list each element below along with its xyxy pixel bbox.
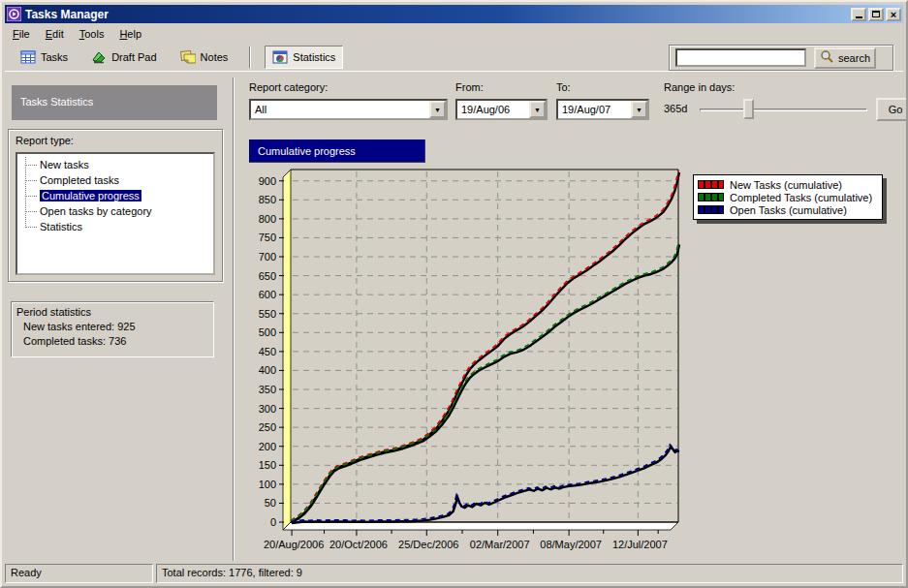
report-type-label: Report type: — [9, 130, 222, 146]
from-date-value: 19/Aug/06 — [457, 104, 529, 115]
magnifier-icon — [820, 49, 834, 66]
svg-text:550: 550 — [259, 308, 276, 320]
maximize-button[interactable] — [868, 8, 884, 21]
draft-pad-button[interactable]: Draft Pad — [83, 46, 164, 69]
maximize-icon — [872, 11, 880, 17]
chevron-down-icon[interactable]: ▼ — [631, 101, 647, 118]
legend-item-open-tasks: Open Tasks (cumulative) — [698, 203, 878, 216]
range-slider-track[interactable] — [700, 108, 867, 111]
panel-divider — [233, 77, 235, 561]
sidebar-header: Tasks Statistics — [12, 85, 217, 120]
svg-text:800: 800 — [259, 213, 276, 225]
from-date-combo[interactable]: 19/Aug/06 ▼ — [455, 99, 548, 120]
search-panel: search — [669, 45, 893, 71]
toolbar: Tasks Draft Pad Notes — [5, 43, 903, 72]
from-label: From: — [455, 81, 484, 93]
svg-text:20/Oct/2006: 20/Oct/2006 — [329, 539, 388, 550]
svg-text:700: 700 — [259, 251, 276, 263]
window-title: Tasks Manager — [25, 8, 851, 21]
svg-text:12/Jul/2007: 12/Jul/2007 — [612, 539, 668, 550]
report-category-label: Report category: — [249, 81, 328, 93]
report-category-combo[interactable]: All ▼ — [249, 99, 448, 120]
svg-text:08/May/2007: 08/May/2007 — [540, 539, 602, 550]
go-button[interactable]: Go — [876, 98, 908, 121]
chevron-down-icon[interactable]: ▼ — [529, 101, 546, 118]
svg-text:150: 150 — [259, 459, 276, 471]
menu-tools[interactable]: Tools — [72, 26, 112, 42]
report-item-open-tasks-by-category[interactable]: Open tasks by category — [17, 203, 213, 219]
svg-text:25/Dec/2006: 25/Dec/2006 — [398, 539, 458, 550]
report-item-statistics[interactable]: Statistics — [17, 219, 213, 234]
svg-text:20/Aug/2006: 20/Aug/2006 — [264, 539, 324, 550]
report-item-completed-tasks[interactable]: Completed tasks — [17, 172, 213, 188]
period-statistics-box: Period statistics New tasks entered: 925… — [11, 301, 214, 357]
svg-text:02/Mar/2007: 02/Mar/2007 — [470, 539, 530, 550]
search-button[interactable]: search — [814, 47, 876, 69]
menu-bar: File Edit Tools Help — [5, 24, 903, 43]
chart-title-bar: Cumulative progress — [249, 139, 425, 163]
legend-item-new-tasks: New Tasks (cumulative) — [698, 178, 878, 191]
range-in-days-label: Range in days: — [664, 81, 735, 93]
to-date-value: 19/Aug/07 — [558, 104, 631, 115]
report-item-cumulative-progress[interactable]: Cumulative progress — [17, 188, 213, 203]
tasks-manager-window: Tasks Manager × File Edit Tools Help Tas… — [0, 0, 908, 588]
period-completed-tasks: Completed tasks: 736 — [16, 334, 213, 349]
search-button-label: search — [838, 52, 870, 64]
to-label: To: — [556, 81, 571, 93]
svg-text:50: 50 — [265, 497, 276, 509]
legend-item-completed-tasks: Completed Tasks (cumulative) — [698, 191, 878, 203]
completed-tasks-swatch — [698, 193, 724, 201]
statistics-button-label: Statistics — [293, 51, 335, 63]
new-tasks-swatch — [698, 180, 724, 189]
cumulative-progress-chart: 0501001502002503003504004505005506006507… — [249, 163, 690, 555]
minimize-button[interactable] — [851, 8, 866, 21]
notes-button[interactable]: Notes — [172, 46, 236, 69]
menu-help[interactable]: Help — [111, 26, 149, 42]
status-bar: Ready Total records: 1776, filtered: 9 — [5, 564, 903, 583]
close-button[interactable]: × — [886, 8, 901, 21]
tasks-grid-icon — [20, 49, 36, 65]
report-item-new-tasks[interactable]: New tasks — [17, 157, 213, 172]
status-ready: Ready — [5, 564, 153, 583]
legend-label: Open Tasks (cumulative) — [730, 204, 847, 216]
report-type-list: New tasks Completed tasks Cumulative pro… — [16, 152, 215, 275]
svg-text:500: 500 — [259, 326, 276, 338]
toolbar-separator — [249, 46, 251, 68]
minimize-icon — [856, 16, 862, 18]
report-category-value: All — [251, 104, 429, 115]
close-icon: × — [891, 10, 896, 19]
svg-text:650: 650 — [259, 270, 276, 282]
menu-file[interactable]: File — [5, 26, 38, 42]
draft-pad-icon — [91, 49, 107, 65]
to-date-combo[interactable]: 19/Aug/07 ▼ — [556, 99, 649, 120]
svg-text:350: 350 — [259, 384, 276, 395]
tasks-button[interactable]: Tasks — [13, 46, 76, 69]
svg-text:600: 600 — [259, 289, 276, 300]
report-type-group: Report type: New tasks Completed tasks C… — [8, 129, 223, 282]
svg-text:750: 750 — [259, 232, 276, 243]
svg-text:100: 100 — [259, 479, 276, 490]
svg-text:250: 250 — [259, 421, 276, 433]
notes-icon — [180, 49, 196, 65]
svg-text:400: 400 — [259, 364, 276, 376]
period-statistics-title: Period statistics — [16, 305, 213, 320]
search-input[interactable] — [675, 48, 806, 67]
svg-text:850: 850 — [259, 194, 276, 205]
chevron-down-icon[interactable]: ▼ — [429, 101, 446, 118]
legend-label: New Tasks (cumulative) — [730, 179, 842, 191]
tasks-button-label: Tasks — [41, 51, 68, 63]
menu-edit[interactable]: Edit — [38, 26, 72, 42]
app-icon — [7, 7, 21, 21]
open-tasks-swatch — [698, 205, 724, 214]
status-records: Total records: 1776, filtered: 9 — [156, 564, 903, 583]
range-value: 365d — [664, 103, 687, 114]
statistics-button[interactable]: Statistics — [265, 46, 343, 69]
statistics-icon — [272, 49, 288, 65]
svg-text:300: 300 — [259, 403, 276, 415]
svg-text:450: 450 — [259, 346, 276, 357]
chart-legend: New Tasks (cumulative) Completed Tasks (… — [693, 174, 883, 220]
title-bar: Tasks Manager × — [5, 5, 903, 23]
range-slider-thumb[interactable] — [743, 99, 754, 119]
legend-label: Completed Tasks (cumulative) — [730, 192, 872, 203]
svg-text:200: 200 — [259, 441, 276, 452]
